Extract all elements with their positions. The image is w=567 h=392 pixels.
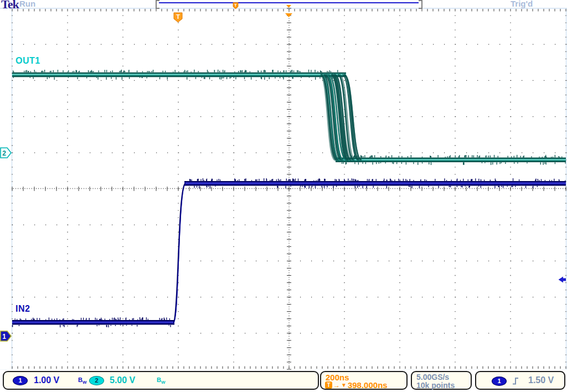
trigger-position-t-icon[interactable]: T: [173, 12, 183, 25]
trigger-level-readout: 1.50 V: [528, 375, 554, 385]
horizontal-readout-box[interactable]: 200ns T → ▼ 398.000ns: [320, 371, 408, 390]
record-trigger-t-label: T: [234, 3, 237, 8]
acquisition-status: Run: [19, 0, 35, 8]
trigger-t-icon: T: [325, 381, 332, 389]
trigger-status: Trig'd: [511, 0, 533, 8]
ch1-scale-readout: 1.00 V: [34, 375, 59, 385]
arrow-right-icon: →: [333, 381, 340, 389]
channel-1-marker-label: 1: [2, 333, 6, 341]
record-center-triangle-icon: [286, 0, 291, 10]
status-bar: 1 1.00 V BW 2 5.00 V BW 200ns T → ▼ 398.…: [0, 370, 567, 392]
trace-label-out1: OUT1: [16, 56, 40, 66]
waveform-area: [0, 0, 567, 392]
record-length-readout: 10k points: [416, 381, 455, 390]
ch1-bandwidth-limit-icon: BW: [78, 376, 87, 385]
acquisition-readout-box[interactable]: 5.00GS/s 10k points: [411, 371, 472, 390]
ch2-bandwidth-limit-icon: BW: [157, 376, 166, 385]
channel-2-position-marker[interactable]: 2: [0, 147, 12, 161]
channel-1-position-marker[interactable]: 1: [0, 331, 12, 344]
record-window-right-bracket[interactable]: [419, 0, 422, 9]
ch2-badge[interactable]: 2: [89, 376, 104, 385]
horizontal-delay-readout: 398.000ns: [348, 380, 388, 390]
trigger-source-badge[interactable]: 1: [492, 376, 507, 386]
delay-reference-triangle-icon[interactable]: [285, 9, 292, 19]
ch2-scale-readout: 5.00 V: [110, 375, 135, 385]
record-window-left-bracket[interactable]: [156, 0, 159, 9]
trigger-readout-box[interactable]: 1 1.50 V: [475, 371, 565, 390]
record-trigger-t-icon[interactable]: T: [233, 2, 239, 12]
vertical-readout-box[interactable]: 1 1.00 V BW 2 5.00 V BW: [3, 371, 319, 390]
rising-edge-icon: [512, 376, 519, 388]
channel-2-marker-label: 2: [2, 149, 6, 157]
trigger-level-arrow-icon[interactable]: [558, 276, 566, 286]
triangle-down-icon: ▼: [341, 382, 347, 388]
trace-label-in2: IN2: [16, 304, 30, 314]
horizontal-delay-row: T → ▼ 398.000ns: [325, 380, 388, 390]
trigger-position-t-label: T: [176, 13, 180, 20]
sample-rate-readout: 5.00GS/s: [416, 373, 449, 381]
oscilloscope-screen: Tek Run Trig'd T T 2 1: [0, 0, 567, 392]
ch1-badge[interactable]: 1: [13, 376, 28, 385]
tek-logo: Tek: [1, 0, 19, 12]
